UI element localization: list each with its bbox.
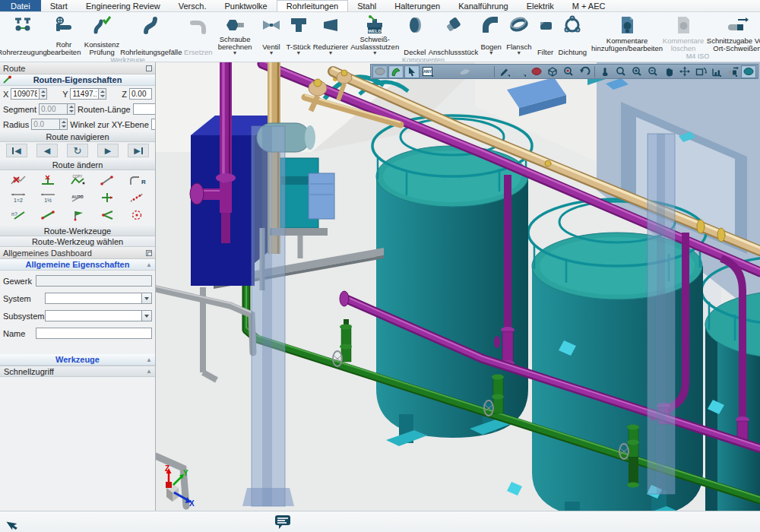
tools-section-header[interactable]: Werkzeuge ▲ <box>0 354 155 366</box>
tab-versch[interactable]: Versch. <box>169 0 216 11</box>
route-tool-divide-points[interactable] <box>122 189 152 205</box>
erase-pen-icon[interactable] <box>513 65 528 78</box>
route-tool-slope-segment[interactable] <box>33 207 62 223</box>
radius-spinner[interactable] <box>60 119 68 130</box>
tab-stahl[interactable]: Stahl <box>348 0 385 11</box>
zoom-selected-icon[interactable] <box>561 65 576 78</box>
route-first-button[interactable]: ◀ <box>6 144 27 157</box>
route-tool-break-route[interactable] <box>33 172 62 188</box>
navigate-4way-icon[interactable] <box>677 65 692 78</box>
route-tool-move-node[interactable] <box>93 189 122 205</box>
draw-pencil-icon[interactable] <box>497 65 512 78</box>
zoom-window-icon[interactable] <box>613 65 629 78</box>
select-arrow-icon[interactable] <box>404 65 420 78</box>
tank-2[interactable] <box>507 199 706 511</box>
tab-start[interactable]: Start <box>41 0 77 11</box>
surface-snap-icon[interactable] <box>388 65 404 78</box>
route-tool-bend-angle[interactable] <box>93 207 122 223</box>
radius-input[interactable] <box>31 119 60 130</box>
route-tool-split-segment[interactable]: 1=2 <box>3 189 33 205</box>
3d-viewport[interactable]: Z Y X ANY <box>156 62 760 511</box>
route-refresh-button[interactable]: ↻ <box>67 144 88 157</box>
red-ellipse-icon[interactable] <box>529 65 544 78</box>
ribbon-button-flansch[interactable]: Flansch▾ <box>504 14 534 56</box>
route-tool-select-header[interactable]: Route-Werkzeug wählen <box>0 236 155 247</box>
ribbon-button-reduzierer[interactable]: Reduzierer▾ <box>312 14 348 56</box>
route-tool-center-point[interactable] <box>122 207 152 223</box>
tab-m-aec[interactable]: M + AEC <box>563 0 615 11</box>
tab-kanalfuehrung[interactable]: Kanalführung <box>449 0 517 11</box>
gold-flange[interactable] <box>697 220 705 233</box>
segment-spinner[interactable] <box>68 103 75 115</box>
ribbon-button-rohrerzeugung[interactable]: Rohrerzeugung <box>0 14 44 56</box>
y-coordinate-input[interactable] <box>70 88 99 100</box>
general-properties-header[interactable]: Allgemeine Eigenschaften ▲ <box>0 259 155 271</box>
gold-flange[interactable] <box>717 228 725 242</box>
route-length-input[interactable] <box>133 103 156 115</box>
any-filter-icon[interactable]: ANY <box>420 65 435 78</box>
ribbon-button-filter[interactable]: Filter <box>534 14 557 56</box>
ribbon-button-deckel[interactable]: Deckel <box>401 14 429 56</box>
route-tool-copy-route[interactable]: COPY <box>62 172 92 188</box>
route-tool-edit-segment[interactable] <box>93 172 122 188</box>
tab-punktwolke[interactable]: Punktwolke <box>215 0 276 11</box>
screw-direction-icon[interactable] <box>725 65 740 78</box>
tab-rohrleitungen[interactable]: Rohrleitungen <box>277 0 349 11</box>
zoom-in-icon[interactable] <box>629 65 644 78</box>
pointer-mode-icon[interactable] <box>6 515 23 532</box>
route-next-button[interactable]: ▶ <box>97 144 119 157</box>
collapse-icon[interactable]: ▲ <box>146 261 152 268</box>
purple-flange[interactable] <box>190 183 204 204</box>
purple-valve[interactable] <box>220 182 232 213</box>
touch-select-icon[interactable] <box>597 65 613 78</box>
segment-input[interactable] <box>39 103 68 115</box>
collapse-icon[interactable]: ▲ <box>146 368 152 375</box>
ribbon-button-schnittzugabe[interactable]: Schnittzugabe Vor-Ort-Schweißen <box>704 14 760 52</box>
ribbon-button-t-stueck[interactable]: T-Stück▾ <box>284 14 313 56</box>
pipe-segment-mode-icon[interactable] <box>741 65 756 78</box>
route-tool-auto-route[interactable]: AUTO <box>62 189 92 205</box>
route-tool-segment-count[interactable]: n? <box>3 207 33 223</box>
y-spinner[interactable] <box>99 88 106 100</box>
route-tool-node-flag[interactable] <box>62 207 92 223</box>
pipe-endcap-mode-icon[interactable] <box>372 65 388 78</box>
undo-icon[interactable] <box>577 65 592 78</box>
ribbon-button-rohr-bearbeiten[interactable]: Rohr bearbeiten <box>44 14 84 56</box>
3d-scene[interactable]: Z Y X <box>156 62 760 511</box>
ribbon-button-anschlussstueck[interactable]: Anschlussstück <box>429 14 478 56</box>
motor-box[interactable] <box>309 173 334 219</box>
ribbon-button-rohrleitungsgefaelle[interactable]: Rohrleitungsgefälle <box>120 14 182 56</box>
route-last-button[interactable]: ▶ <box>128 144 149 157</box>
ribbon-button-ventil[interactable]: Ventil▾ <box>258 14 284 56</box>
z-coordinate-input[interactable] <box>129 88 152 100</box>
rotate-view-icon[interactable] <box>693 65 708 78</box>
zoom-out-icon[interactable] <box>645 65 660 78</box>
comment-bubble-icon[interactable] <box>274 514 293 532</box>
pan-hand-icon[interactable] <box>661 65 676 78</box>
tab-elektrik[interactable]: Elektrik <box>518 0 563 11</box>
float-panel-icon[interactable] <box>146 250 152 256</box>
system-select[interactable] <box>45 293 141 304</box>
system-dropdown-button[interactable] <box>141 293 152 304</box>
pin-icon[interactable] <box>146 65 152 71</box>
route-tool-delete-route[interactable] <box>3 172 33 188</box>
route-tool-set-radius[interactable]: R <box>122 172 152 188</box>
gewerk-field[interactable] <box>36 275 152 287</box>
ribbon-button-schweiss-auslassstutzen[interactable]: WELD Schweiß-Auslassstutzen▾ <box>348 14 401 56</box>
collapse-icon[interactable]: ▲ <box>146 356 152 363</box>
x-coordinate-input[interactable] <box>11 88 40 100</box>
name-field[interactable] <box>36 328 152 339</box>
purple-valve[interactable] <box>502 331 513 362</box>
subsystem-dropdown-button[interactable] <box>141 310 152 321</box>
cube-view-icon[interactable] <box>545 65 560 78</box>
ribbon-button-bogen[interactable]: Bogen▾ <box>478 14 504 56</box>
tab-halterungen[interactable]: Halterungen <box>385 0 449 11</box>
tab-datei[interactable]: Datei <box>0 0 41 11</box>
ribbon-button-dichtung[interactable]: Dichtung <box>557 14 588 56</box>
ribbon-button-kommentare-hinzufuegen[interactable]: Kommentare hinzufügen/bearbeiten <box>591 14 663 52</box>
quick-access-section[interactable]: Schnellzugriff ▲ <box>0 366 155 377</box>
route-tool-half-divide[interactable]: 1½ <box>33 189 62 205</box>
iso-view-icon[interactable] <box>709 65 724 78</box>
subsystem-select[interactable] <box>45 310 141 321</box>
ribbon-button-konsistenz-pruefung[interactable]: Konsistenz Prüfung <box>84 14 120 56</box>
